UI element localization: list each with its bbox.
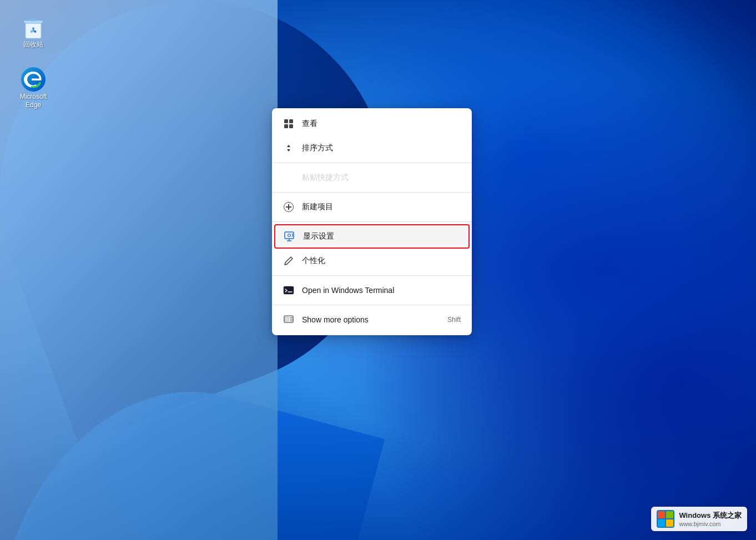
watermark-text-block: Windows 系统之家 www.bjmiv.com	[679, 511, 742, 527]
view-icon	[283, 118, 294, 129]
sort-icon	[283, 143, 294, 154]
svg-rect-15	[658, 519, 665, 527]
svg-rect-16	[666, 519, 673, 527]
menu-item-paste-shortcut: 粘贴快捷方式	[272, 165, 472, 190]
show-more-shortcut: Shift	[447, 316, 461, 324]
show-more-icon	[283, 314, 294, 325]
divider-3	[272, 221, 472, 222]
svg-rect-4	[285, 232, 294, 239]
view-label: 查看	[302, 119, 461, 129]
recycle-bin-label: 回收站	[23, 41, 43, 49]
svg-rect-14	[666, 511, 673, 518]
terminal-icon	[283, 285, 294, 296]
menu-item-show-more[interactable]: Show more options Shift	[272, 307, 472, 332]
desktop: 回收站	[0, 0, 756, 540]
new-item-icon	[283, 201, 294, 213]
watermark-url: www.bjmiv.com	[679, 521, 742, 527]
recycle-bin-icon	[20, 14, 47, 41]
edge-label: MicrosoftEdge	[20, 93, 47, 110]
desktop-icons: 回收站	[11, 11, 56, 113]
divider-4	[272, 275, 472, 276]
show-more-label: Show more options	[302, 315, 447, 324]
menu-item-personalize[interactable]: 个性化	[272, 249, 472, 273]
context-menu: 查看 排序方式 粘贴快捷方式 新建项目	[272, 108, 472, 335]
svg-rect-2	[31, 18, 36, 21]
new-item-label: 新建项目	[302, 202, 461, 212]
open-terminal-label: Open in Windows Terminal	[302, 286, 461, 295]
display-settings-icon	[284, 231, 295, 242]
menu-item-view[interactable]: 查看	[272, 112, 472, 136]
watermark-logo-icon	[657, 510, 674, 528]
edge-icon	[20, 66, 47, 93]
menu-item-open-terminal[interactable]: Open in Windows Terminal	[272, 278, 472, 302]
svg-rect-11	[285, 317, 289, 321]
sort-label: 排序方式	[302, 143, 461, 153]
divider-5	[272, 305, 472, 305]
paste-shortcut-label: 粘贴快捷方式	[302, 173, 461, 183]
paste-shortcut-icon	[283, 172, 294, 183]
svg-rect-13	[658, 511, 665, 518]
desktop-icon-recycle-bin[interactable]: 回收站	[11, 11, 56, 52]
svg-rect-8	[284, 286, 294, 294]
personalize-icon	[283, 255, 294, 266]
menu-item-display-settings[interactable]: 显示设置	[274, 224, 470, 249]
watermark-title: Windows 系统之家	[679, 511, 742, 521]
watermark: Windows 系统之家 www.bjmiv.com	[651, 507, 747, 531]
personalize-label: 个性化	[302, 256, 461, 266]
divider-2	[272, 192, 472, 193]
desktop-icon-edge[interactable]: MicrosoftEdge	[11, 63, 56, 113]
menu-item-new[interactable]: 新建项目	[272, 195, 472, 219]
display-settings-label: 显示设置	[303, 231, 460, 241]
svg-point-7	[288, 234, 291, 237]
divider-1	[272, 163, 472, 163]
menu-item-sort[interactable]: 排序方式	[272, 136, 472, 160]
